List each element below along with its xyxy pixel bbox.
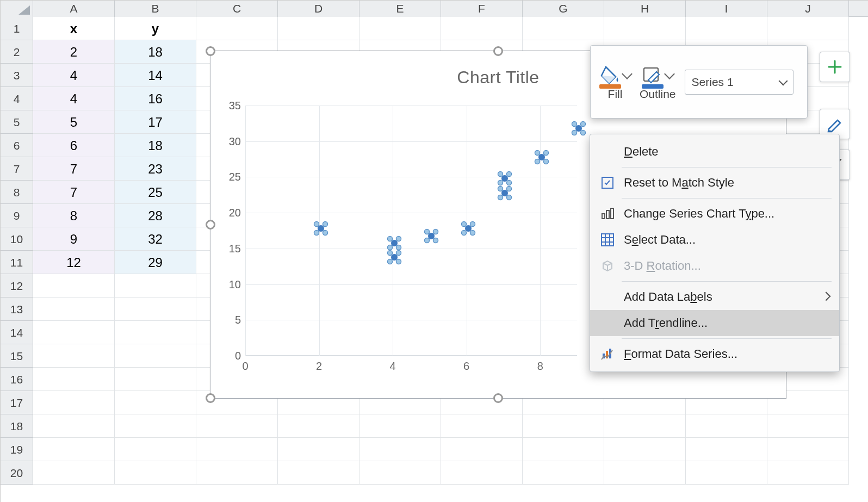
plot-area[interactable]: 0246805101520253035	[245, 106, 577, 356]
column-header[interactable]: E	[359, 1, 441, 17]
cell[interactable]	[441, 17, 523, 40]
row-header[interactable]: 12	[1, 274, 33, 298]
cell[interactable]	[115, 344, 196, 368]
cell[interactable]: 2	[33, 40, 115, 64]
cell[interactable]: y	[115, 17, 196, 40]
cell[interactable]	[196, 461, 278, 485]
cell[interactable]	[441, 438, 523, 461]
data-point[interactable]	[571, 120, 584, 133]
row-header[interactable]: 6	[1, 134, 33, 157]
cell[interactable]	[441, 414, 523, 438]
cell[interactable]	[359, 461, 441, 485]
cell[interactable]: x	[33, 17, 115, 40]
series-dropdown[interactable]: Series 1	[685, 70, 793, 95]
row-header[interactable]: 15	[1, 344, 33, 368]
cell[interactable]	[115, 414, 196, 438]
cell[interactable]	[604, 17, 686, 40]
cell[interactable]: 12	[33, 251, 115, 274]
cell[interactable]: 14	[115, 64, 196, 87]
row-header[interactable]: 9	[1, 204, 33, 227]
resize-handle[interactable]	[206, 393, 215, 403]
cell[interactable]	[115, 298, 196, 321]
cell[interactable]	[767, 17, 849, 40]
row-header[interactable]: 7	[1, 157, 33, 181]
cell[interactable]	[196, 414, 278, 438]
column-header[interactable]: A	[33, 1, 115, 17]
resize-handle[interactable]	[206, 220, 215, 230]
cell[interactable]: 7	[33, 181, 115, 204]
data-point[interactable]	[460, 220, 473, 233]
resize-handle[interactable]	[493, 393, 503, 403]
cell[interactable]	[278, 438, 359, 461]
cell[interactable]	[115, 368, 196, 391]
cell[interactable]: 6	[33, 134, 115, 157]
column-header[interactable]: F	[441, 1, 523, 17]
ctx-delete[interactable]: Delete	[590, 139, 839, 165]
column-header[interactable]: C	[196, 1, 278, 17]
column-header[interactable]: J	[767, 1, 849, 17]
cell[interactable]: 5	[33, 110, 115, 134]
cell[interactable]: 4	[33, 87, 115, 110]
column-header[interactable]: H	[604, 1, 686, 17]
data-point[interactable]	[497, 170, 510, 183]
cell[interactable]: 9	[33, 227, 115, 251]
cell[interactable]	[441, 461, 523, 485]
row-header[interactable]: 18	[1, 414, 33, 438]
cell[interactable]	[33, 461, 115, 485]
cell[interactable]	[196, 438, 278, 461]
cell[interactable]	[33, 391, 115, 414]
row-header[interactable]: 20	[1, 461, 33, 485]
data-point[interactable]	[313, 220, 326, 233]
cell[interactable]: 32	[115, 227, 196, 251]
ctx-reset[interactable]: Reset to Match Style	[590, 170, 839, 196]
cell[interactable]	[523, 461, 604, 485]
row-header[interactable]: 1	[1, 17, 33, 40]
cell[interactable]	[686, 17, 767, 40]
cell[interactable]: 29	[115, 251, 196, 274]
cell[interactable]	[604, 461, 686, 485]
row-header[interactable]: 19	[1, 438, 33, 461]
cell[interactable]: 16	[115, 87, 196, 110]
row-header[interactable]: 13	[1, 298, 33, 321]
cell[interactable]	[115, 438, 196, 461]
resize-handle[interactable]	[493, 46, 503, 56]
ctx-format-series[interactable]: Format Data Series...	[590, 341, 839, 367]
column-header[interactable]: G	[523, 1, 604, 17]
data-point[interactable]	[386, 235, 399, 248]
cell[interactable]: 25	[115, 181, 196, 204]
cell[interactable]	[523, 17, 604, 40]
cell[interactable]: 4	[33, 64, 115, 87]
cell[interactable]	[767, 414, 849, 438]
cell[interactable]	[686, 438, 767, 461]
cell[interactable]: 17	[115, 110, 196, 134]
row-header[interactable]: 4	[1, 87, 33, 110]
outline-button[interactable]: Outline	[637, 61, 678, 103]
cell[interactable]	[359, 438, 441, 461]
row-header[interactable]: 10	[1, 227, 33, 251]
ctx-add-trendline[interactable]: Add Trendline...	[590, 310, 839, 336]
cell[interactable]	[33, 274, 115, 298]
cell[interactable]	[115, 274, 196, 298]
row-header[interactable]: 14	[1, 321, 33, 344]
cell[interactable]	[115, 321, 196, 344]
row-header[interactable]: 2	[1, 40, 33, 64]
fill-button[interactable]: Fill	[597, 61, 633, 103]
cell[interactable]: 28	[115, 204, 196, 227]
cell[interactable]: 18	[115, 134, 196, 157]
cell[interactable]	[33, 414, 115, 438]
row-header[interactable]: 3	[1, 64, 33, 87]
cell[interactable]	[686, 414, 767, 438]
column-header[interactable]: B	[115, 1, 196, 17]
cell[interactable]	[115, 461, 196, 485]
cell[interactable]	[33, 438, 115, 461]
ctx-select-data[interactable]: Select Data...	[590, 227, 839, 253]
column-header[interactable]: I	[686, 1, 767, 17]
cell[interactable]	[767, 438, 849, 461]
cell[interactable]	[767, 461, 849, 485]
row-header[interactable]: 16	[1, 368, 33, 391]
cell[interactable]	[523, 414, 604, 438]
column-header[interactable]: D	[278, 1, 359, 17]
data-point[interactable]	[534, 149, 547, 162]
row-header[interactable]: 5	[1, 110, 33, 134]
cell[interactable]	[33, 344, 115, 368]
